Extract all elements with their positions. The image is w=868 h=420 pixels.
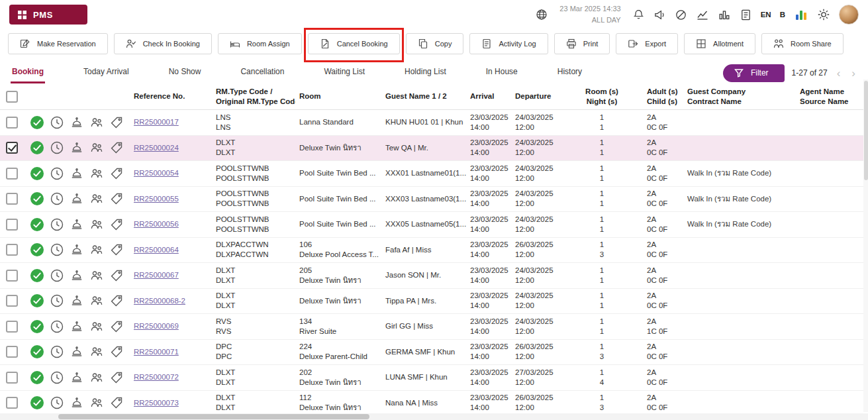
confirmed-status-icon[interactable] <box>30 319 44 334</box>
notifications-bell-icon[interactable] <box>632 9 645 21</box>
time-status-icon[interactable] <box>50 217 64 232</box>
tab-cancellation[interactable]: Cancellation <box>239 62 285 83</box>
time-status-icon[interactable] <box>50 166 64 181</box>
group-icon[interactable] <box>89 242 104 257</box>
row-checkbox[interactable] <box>6 244 18 256</box>
table-row[interactable]: RR25000072 DLXTDLXT 202Deluxe Twin นิทรา… <box>0 365 868 391</box>
group-icon[interactable] <box>89 293 104 308</box>
room-assign-button[interactable]: Room Assign <box>218 33 302 54</box>
reference-link[interactable]: RR25000064 <box>134 246 179 254</box>
service-bell-icon[interactable] <box>70 166 84 181</box>
rate-tag-icon[interactable] <box>109 370 124 385</box>
time-status-icon[interactable] <box>50 242 64 257</box>
filter-button[interactable]: Filter <box>723 64 785 82</box>
row-checkbox[interactable] <box>6 372 18 384</box>
next-page-button[interactable]: › <box>849 68 857 79</box>
group-icon[interactable] <box>89 166 104 181</box>
time-status-icon[interactable] <box>50 293 64 308</box>
confirmed-status-icon[interactable] <box>30 242 44 257</box>
blocked-icon[interactable] <box>675 9 687 21</box>
horizontal-scrollbar-thumb[interactable] <box>58 414 369 419</box>
activity-log-button[interactable]: Activity Log <box>469 33 548 54</box>
service-bell-icon[interactable] <box>70 268 84 283</box>
b-badge[interactable]: B <box>780 11 785 19</box>
language-selector[interactable]: EN <box>761 11 771 19</box>
confirmed-status-icon[interactable] <box>30 268 44 283</box>
service-bell-icon[interactable] <box>70 319 84 334</box>
row-checkbox[interactable] <box>6 142 18 154</box>
rate-tag-icon[interactable] <box>109 268 124 283</box>
row-checkbox[interactable] <box>6 219 18 231</box>
rate-tag-icon[interactable] <box>109 191 124 206</box>
prev-page-button[interactable]: ‹ <box>835 68 843 79</box>
time-status-icon[interactable] <box>50 319 64 334</box>
confirmed-status-icon[interactable] <box>30 217 44 232</box>
time-status-icon[interactable] <box>50 370 64 385</box>
pms-logo[interactable]: PMS <box>9 5 87 25</box>
reference-link[interactable]: RR25000024 <box>134 144 179 152</box>
group-icon[interactable] <box>89 217 104 232</box>
table-row[interactable]: RR25000071 DPCDPC 224Deluxe Parent-Child… <box>0 340 868 366</box>
time-status-icon[interactable] <box>50 140 64 155</box>
table-row[interactable]: RR25000064 DLXPACCTWNDLXPACCTWN 106Delux… <box>0 238 868 264</box>
reference-link[interactable]: RR25000054 <box>134 169 179 177</box>
rate-tag-icon[interactable] <box>109 319 124 334</box>
row-checkbox[interactable] <box>6 295 18 307</box>
service-bell-icon[interactable] <box>70 191 84 206</box>
vertical-scrollbar-thumb[interactable] <box>864 81 868 180</box>
group-icon[interactable] <box>89 370 104 385</box>
group-icon[interactable] <box>89 140 104 155</box>
copy-button[interactable]: Copy <box>406 33 464 54</box>
tab-booking[interactable]: Booking <box>11 62 45 83</box>
time-status-icon[interactable] <box>50 268 64 283</box>
time-status-icon[interactable] <box>50 344 64 359</box>
row-checkbox[interactable] <box>6 346 18 358</box>
service-bell-icon[interactable] <box>70 344 84 359</box>
row-checkbox[interactable] <box>6 193 18 205</box>
confirmed-status-icon[interactable] <box>30 115 44 130</box>
settings-gear-icon[interactable] <box>817 8 830 21</box>
allotment-button[interactable]: Allotment <box>684 33 755 54</box>
rate-tag-icon[interactable] <box>109 166 124 181</box>
group-icon[interactable] <box>89 268 104 283</box>
globe-network-icon[interactable] <box>535 8 548 21</box>
service-bell-icon[interactable] <box>70 242 84 257</box>
row-checkbox[interactable] <box>6 397 18 409</box>
reference-link[interactable]: RR25000071 <box>134 348 179 356</box>
make-reservation-button[interactable]: Make Reservation <box>8 33 108 54</box>
confirmed-status-icon[interactable] <box>30 293 44 308</box>
service-bell-icon[interactable] <box>70 293 84 308</box>
reference-link[interactable]: RR25000067 <box>134 271 179 279</box>
rate-tag-icon[interactable] <box>109 140 124 155</box>
group-icon[interactable] <box>89 115 104 130</box>
tab-today-arrival[interactable]: Today Arrival <box>82 62 130 83</box>
group-icon[interactable] <box>89 344 104 359</box>
time-status-icon[interactable] <box>50 395 64 410</box>
select-all-checkbox[interactable] <box>6 91 18 103</box>
tab-no-show[interactable]: No Show <box>168 62 203 83</box>
cancel-booking-button[interactable]: Cancel Booking <box>308 33 400 54</box>
reference-link[interactable]: RR25000055 <box>134 195 179 203</box>
table-row[interactable]: RR25000024 DLXTDLXT Deluxe Twin นิทรา Te… <box>0 136 868 162</box>
line-chart-icon[interactable] <box>696 8 709 21</box>
day-mode-label[interactable]: ALL DAY <box>559 15 620 26</box>
table-row[interactable]: RR25000017 LNSLNS Lanna Standard KHUN HU… <box>0 110 868 136</box>
table-row[interactable]: RR25000069 RVSRVS 134River Suite Girl GG… <box>0 314 868 340</box>
bar-chart-icon[interactable] <box>718 8 731 21</box>
reference-link[interactable]: RR25000069 <box>134 322 179 330</box>
table-row[interactable]: RR25000073 DLXTDLXT 112Deluxe Twin นิทรา… <box>0 391 868 417</box>
group-icon[interactable] <box>89 395 104 410</box>
rate-tag-icon[interactable] <box>109 217 124 232</box>
row-checkbox[interactable] <box>6 270 18 282</box>
room-share-button[interactable]: Room Share <box>761 33 844 54</box>
announcement-icon[interactable] <box>653 9 666 21</box>
tab-waiting-list[interactable]: Waiting List <box>322 62 366 83</box>
confirmed-status-icon[interactable] <box>30 191 44 206</box>
reference-link[interactable]: RR25000073 <box>134 399 179 407</box>
service-bell-icon[interactable] <box>70 115 84 130</box>
tab-in-house[interactable]: In House <box>485 62 519 83</box>
rate-tag-icon[interactable] <box>109 293 124 308</box>
time-status-icon[interactable] <box>50 115 64 130</box>
tab-history[interactable]: History <box>556 62 583 83</box>
table-row[interactable]: RR25000055 POOLSTTWNBPOOLSTTWNB Pool Sui… <box>0 187 868 213</box>
